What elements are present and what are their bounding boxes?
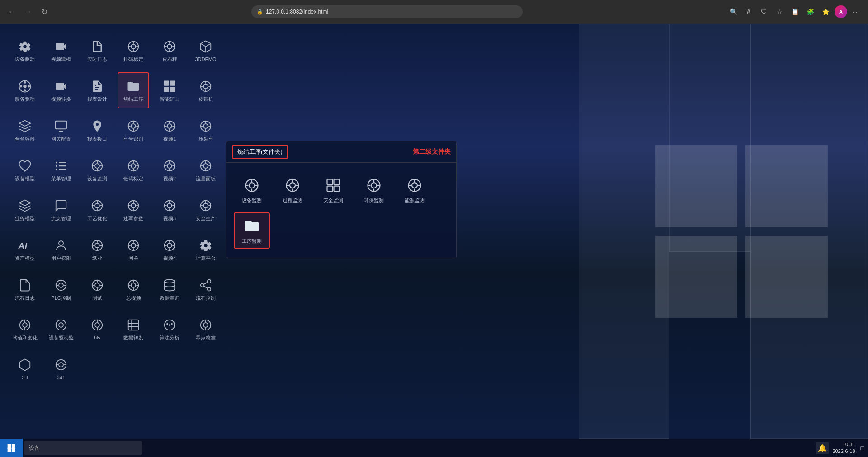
icon-junzhi-youhua[interactable]: 均值和变化 (9, 311, 41, 347)
icon-shipin-jianmo[interactable]: 视频建模 (45, 33, 77, 69)
icon-shipin-zhuanhua[interactable]: 视频转换 (45, 72, 77, 108)
svg-point-119 (131, 243, 136, 248)
icon-label: 用户权限 (51, 255, 71, 261)
icon-chehao-shibie[interactable]: 车号识别 (118, 112, 149, 148)
reader-btn[interactable]: A (742, 5, 755, 18)
svg-point-105 (203, 203, 208, 208)
icon-label: 网关 (128, 255, 138, 261)
svg-point-59 (56, 162, 57, 164)
icon-3d1[interactable]: 3d1 (45, 351, 77, 387)
icon-label: 实时日志 (87, 57, 107, 62)
svg-point-24 (28, 85, 30, 88)
icon-biaobiao-jiekou[interactable]: 报表接口 (81, 112, 113, 148)
forward-button[interactable]: → (22, 5, 34, 18)
circle-grid-icon (17, 78, 33, 94)
table-icon (125, 317, 142, 333)
icon-liuliang-mianban[interactable]: 流量面板 (190, 152, 222, 188)
icon-shuju-zhuanfa[interactable]: 数据转发 (118, 311, 149, 347)
icon-gongyi-youhua[interactable]: 工艺优化 (81, 192, 113, 228)
menu-btn[interactable]: ⋯ (850, 5, 863, 18)
icon-3d[interactable]: 3D (9, 351, 41, 387)
icon-label: 计算平台 (196, 255, 216, 261)
extensions-btn[interactable]: 🧩 (804, 5, 816, 18)
icon-shebei-jiance[interactable]: 设备监测 (81, 152, 113, 188)
cube-icon (198, 38, 214, 55)
icon-hetong-rong[interactable]: 合台容器 (9, 112, 41, 148)
icon-plc-kongzhi[interactable]: PLC控制 (45, 271, 77, 307)
icon-shipin1[interactable]: 视频1 (154, 112, 185, 148)
search-toolbar-btn[interactable]: 🔍 (727, 5, 740, 18)
folder-popup-body: 设备监测 过程监测 安全监测 环保监测 (226, 163, 456, 258)
taskbar-action-center[interactable]: □ (861, 444, 864, 452)
icon-jisuan-pingtai[interactable]: 计算平台 (190, 231, 222, 268)
svg-rect-27 (164, 87, 169, 92)
icon-wangguan[interactable]: 网关 (118, 231, 149, 268)
refresh-button[interactable]: ↻ (38, 5, 51, 18)
icon-shaojie-gongxu[interactable]: 烧结工序 (118, 72, 149, 108)
icon-label: 纸业 (92, 255, 102, 261)
svg-point-150 (201, 284, 204, 287)
icon-ceshi[interactable]: 测试 (81, 271, 113, 307)
taskbar-search-input[interactable] (24, 441, 142, 455)
popup-icon-anquan-jiance[interactable]: 安全监测 (315, 172, 351, 208)
icon-shipin3[interactable]: 视频3 (154, 192, 185, 228)
icon-fuwu-qudong[interactable]: 服务驱动 (9, 72, 41, 108)
svg-point-22 (24, 90, 26, 92)
icon-3ddemo[interactable]: 3DDEMO (190, 33, 222, 69)
icon-label: 视频建模 (51, 57, 71, 62)
svg-rect-25 (164, 81, 169, 86)
icon-zhiye[interactable]: 纸业 (81, 231, 113, 268)
popup-icon-shebei-jiance[interactable]: 设备监测 (234, 172, 270, 208)
popup-icon-huanbao-jiance[interactable]: 环保监测 (356, 172, 392, 208)
icon-lingjian-jiaohun[interactable]: 零点校准 (190, 311, 222, 347)
icon-yewu-moxing[interactable]: 业务模型 (9, 192, 41, 228)
icon-liucheng-kongzhi[interactable]: 流程控制 (190, 271, 222, 307)
shield-btn[interactable]: 🛡 (758, 5, 770, 18)
icon-anquan-shengchan[interactable]: 安全生产 (190, 192, 222, 228)
icon-guazha-biaodin[interactable]: 挂码标定 (118, 33, 149, 69)
icon-suanfa-fenxi[interactable]: 算法分析 (154, 311, 185, 347)
icon-pibuchenq[interactable]: 皮布秤 (154, 33, 185, 69)
icon-zichan-moxing[interactable]: AI 资产模型 (9, 231, 41, 268)
icon-xinxi-guanli[interactable]: 流息管理 (45, 192, 77, 228)
popup-icon-nengyuan-jiance[interactable]: 能源监测 (396, 172, 433, 208)
svg-point-39 (131, 124, 136, 128)
icon-shuju-chaxun[interactable]: 数据查询 (154, 271, 185, 307)
popup-icon-guocheng-jiance[interactable]: 过程监测 (274, 172, 311, 208)
crosshair20-icon (125, 277, 142, 293)
icon-shebei-moxing[interactable]: 设备模型 (9, 152, 41, 188)
icon-label: 设备驱动 (15, 57, 35, 62)
icon-guazha-biaodin2[interactable]: 链码标定 (118, 152, 149, 188)
browser-profile[interactable]: A (835, 5, 847, 18)
favorites-btn[interactable]: ⭐ (819, 5, 832, 18)
icon-shishi-rizhi[interactable]: 实时日志 (81, 33, 113, 69)
icon-shu-canxu[interactable]: 述写参数 (118, 192, 149, 228)
svg-point-143 (131, 283, 136, 287)
taskbar-start-button[interactable] (0, 439, 23, 457)
address-bar[interactable]: 🔒 127.0.0.1:8082/index.html (251, 5, 523, 18)
bookmark-btn[interactable]: ☆ (773, 5, 786, 18)
icon-qingdan-guanli[interactable]: 菜单管理 (45, 152, 77, 188)
icon-hls[interactable]: hls (81, 311, 113, 347)
icon-zong-shipin[interactable]: 总视频 (118, 271, 149, 307)
icon-pidaiji[interactable]: 皮带机 (190, 72, 222, 108)
icon-biaobiao-sheji[interactable]: 报表设计 (81, 72, 113, 108)
icon-shipin2[interactable]: 视频2 (154, 152, 185, 188)
svg-rect-3 (745, 236, 828, 318)
icon-yonghu-quanxian[interactable]: 用户权限 (45, 231, 77, 268)
popup-icon-gongxu-jiance[interactable]: 工序监测 (234, 212, 270, 249)
icon-shipin4[interactable]: 视频4 (154, 231, 185, 268)
icon-label: 视频2 (163, 176, 176, 182)
back-button[interactable]: ← (5, 5, 18, 18)
icon-zhineng-kuangshan[interactable]: 智能矿山 (154, 72, 185, 108)
icon-yasuo-che[interactable]: 压裂车 (190, 112, 222, 148)
icon-wangguan-peizhun[interactable]: 网关配置 (45, 112, 77, 148)
icon-liucheng-rizhi[interactable]: 流程日志 (9, 271, 41, 307)
icon-label: 设备模型 (15, 176, 35, 182)
icon-label: PLC控制 (51, 295, 71, 301)
icon-shebei-jiandian[interactable]: 设备驱动监 (45, 311, 77, 347)
icon-label: 流程日志 (15, 295, 35, 301)
collections-btn[interactable]: 📋 (788, 5, 801, 18)
icon-shebei-qudong[interactable]: 设备驱动 (9, 33, 41, 69)
taskbar-notification[interactable]: 🔔 (816, 442, 829, 454)
